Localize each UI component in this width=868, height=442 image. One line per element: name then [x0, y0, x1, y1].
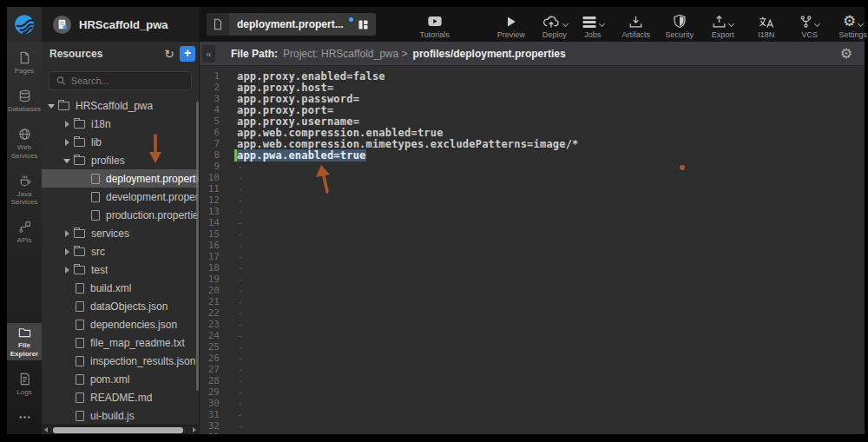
tree-item[interactable]: dataObjects.json	[42, 297, 199, 315]
tree-caret-icon[interactable]	[63, 375, 71, 383]
tree-caret-icon[interactable]	[63, 266, 71, 274]
chevron-down-icon[interactable]	[599, 20, 605, 26]
tree-item[interactable]: inspection_results.json	[42, 352, 199, 370]
security-button[interactable]: Security	[661, 7, 699, 42]
wavemaker-logo[interactable]	[7, 7, 42, 42]
code-editor[interactable]: 1 app.proxy.enabled=false 2 app.proxy.ho…	[200, 66, 865, 434]
vcs-button[interactable]: VCS	[791, 7, 829, 42]
tree-item[interactable]: services	[42, 224, 199, 242]
tree-caret-icon[interactable]	[63, 302, 71, 310]
tree-item[interactable]: pom.xml	[42, 370, 199, 388]
add-resource-button[interactable]: +	[180, 46, 195, 62]
collapse-panel-icon[interactable]: «	[202, 45, 215, 63]
scrollbar-thumb[interactable]	[53, 427, 183, 433]
tree-caret-icon[interactable]	[63, 320, 71, 328]
code-line[interactable]: 1 app.proxy.enabled=false	[200, 70, 865, 82]
tree-caret-icon[interactable]	[63, 339, 71, 346]
sidebar-item-java-services[interactable]: Java Services	[7, 172, 42, 208]
code-line[interactable]: 20	[200, 285, 865, 296]
code-line[interactable]: 28	[200, 375, 865, 386]
search-input[interactable]	[71, 76, 184, 86]
code-line[interactable]: 22	[200, 307, 865, 319]
tree-caret-icon[interactable]	[63, 120, 71, 128]
tree-item[interactable]: file_map_readme.txt	[42, 333, 199, 352]
deploy-button[interactable]: Deploy	[536, 7, 574, 42]
tree-caret-icon[interactable]	[63, 412, 71, 419]
tree-item[interactable]: dependencies.json	[42, 315, 199, 333]
tree-item[interactable]: ui-build.js	[42, 406, 199, 425]
tree-caret-icon[interactable]	[63, 247, 71, 255]
tree-item[interactable]: lib	[42, 133, 199, 151]
code-line[interactable]: 5 app.proxy.username=	[200, 115, 865, 127]
sidebar-item-pages[interactable]: Pages	[7, 49, 42, 77]
project-switcher[interactable]: HRScaffold_pwa	[42, 7, 200, 42]
code-line[interactable]: 9	[200, 161, 865, 172]
code-line[interactable]: 12	[200, 195, 865, 206]
scroll-left-arrow[interactable]	[42, 426, 50, 434]
preview-button[interactable]: Preview	[492, 7, 530, 42]
tree-item[interactable]: deployment.properties	[42, 169, 199, 188]
sidebar-item-web-services[interactable]: Web Services	[7, 125, 42, 162]
tree-horizontal-scrollbar[interactable]	[42, 425, 199, 434]
tree-item[interactable]: HRScaffold_pwa	[42, 96, 199, 115]
code-line[interactable]: 4 app.proxy.port=	[200, 104, 865, 115]
code-line[interactable]: 27	[200, 364, 865, 375]
tree-caret-icon[interactable]	[63, 156, 71, 164]
scroll-right-arrow[interactable]	[190, 426, 199, 434]
chevron-down-icon[interactable]	[814, 20, 820, 26]
tree-item[interactable]: i18n	[42, 115, 199, 133]
code-line[interactable]: 2 app.proxy.host=	[200, 82, 865, 93]
artifacts-button[interactable]: Artifacts	[617, 7, 655, 42]
tree-item[interactable]: src	[42, 242, 199, 261]
i18n-button[interactable]: I18N	[747, 7, 786, 42]
code-line[interactable]: 25	[200, 341, 865, 353]
tree-caret-icon[interactable]	[79, 175, 87, 182]
export-button[interactable]: Export	[704, 7, 742, 42]
tree-vertical-scrollbar[interactable]	[196, 102, 199, 391]
tree-item[interactable]: production.properties	[42, 206, 199, 224]
code-line[interactable]: 11	[200, 183, 865, 195]
code-line[interactable]: 16	[200, 240, 865, 251]
scrollbar-track[interactable]	[50, 426, 190, 434]
sidebar-item-logs[interactable]: Logs	[7, 370, 42, 399]
code-line[interactable]: 10	[200, 172, 865, 183]
code-line[interactable]: 13	[200, 206, 865, 217]
code-line[interactable]: 29	[200, 386, 865, 398]
code-line[interactable]: 32	[200, 420, 865, 432]
code-line[interactable]: 6 app.web.compression.enabled=true	[200, 127, 865, 138]
tree-caret-icon[interactable]	[79, 211, 87, 219]
search-box[interactable]	[49, 71, 192, 90]
tree-caret-icon[interactable]	[63, 284, 71, 292]
tree-item[interactable]: build.xml	[42, 279, 199, 297]
sidebar-item-apis[interactable]: APIs	[7, 218, 42, 247]
tree-caret-icon[interactable]	[63, 357, 71, 365]
chevron-down-icon[interactable]	[728, 20, 734, 26]
tree-caret-icon[interactable]	[63, 138, 71, 146]
tree-item[interactable]: development.properties	[42, 188, 199, 206]
tree-item[interactable]: profiles	[42, 151, 199, 169]
tree-caret-icon[interactable]	[63, 229, 71, 237]
code-line[interactable]: 30	[200, 398, 865, 409]
chevron-down-icon[interactable]	[562, 20, 569, 26]
tree-caret-icon[interactable]	[79, 193, 87, 201]
code-line[interactable]: 7 app.web.compression.mimetypes.excludeP…	[200, 138, 865, 149]
code-line[interactable]: 33	[200, 432, 865, 434]
tree-item[interactable]: test	[42, 261, 199, 279]
refresh-icon[interactable]: ↻	[164, 48, 174, 60]
jobs-button[interactable]: Jobs	[574, 7, 612, 42]
code-line[interactable]: 14	[200, 217, 865, 228]
code-line[interactable]: 23	[200, 319, 865, 330]
settings-button[interactable]: ⚙ Settings	[834, 7, 868, 42]
layout-grid-icon[interactable]	[358, 20, 368, 30]
code-line[interactable]: 15	[200, 228, 865, 240]
code-line[interactable]: 26	[200, 353, 865, 364]
sidebar-item-file-explorer[interactable]: File Explorer	[7, 323, 42, 360]
code-line[interactable]: 3 app.proxy.password=	[200, 93, 865, 104]
tree-item[interactable]: README.md	[42, 388, 199, 406]
code-line[interactable]: 17	[200, 251, 865, 262]
tree-caret-icon[interactable]	[63, 393, 71, 401]
tree-caret-icon[interactable]	[48, 102, 56, 109]
code-line[interactable]: 21	[200, 296, 865, 307]
code-line[interactable]: 19	[200, 274, 865, 285]
sidebar-item-databases[interactable]: Databases	[7, 87, 42, 115]
